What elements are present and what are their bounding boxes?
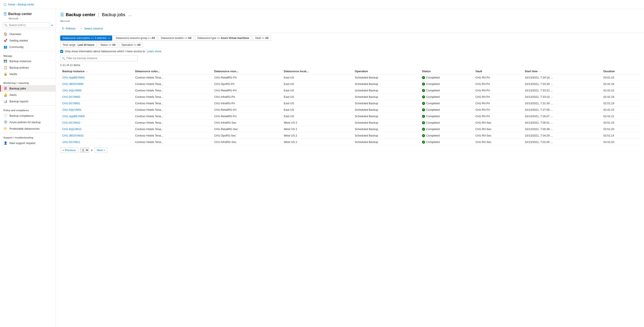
cell-instance-3: CH1-DCVM00 [60,94,133,100]
breadcrumb-backup-center[interactable]: Backup center [18,3,34,6]
table-row[interactable]: CH1-AppBEVM00 Contoso Hotels Tena... CH1… [60,113,640,120]
section-label-monitoring: Monitoring + reporting [0,79,56,85]
access-checkbox[interactable] [60,50,63,53]
refresh-icon: ↻ [62,27,64,30]
col-duration: Duration [601,68,640,74]
alerts-icon: 🔔 [4,93,7,97]
sidebar-item-backup-reports[interactable]: 📊 Backup reports [0,98,56,105]
cell-locat-3: East US [282,94,352,100]
col-backup-instance[interactable]: Backup instance ↑↓ [60,68,133,74]
cell-locat-4: East US [282,100,352,107]
chip-operation[interactable]: Operation == All [119,42,143,48]
sort-icon-start-time: ↑↓ [539,70,541,73]
main-app-icon: ☰ [60,12,64,17]
status-label-2: Completed [426,89,440,92]
cell-operation-1: Scheduled Backup [352,81,420,87]
select-columns-button[interactable]: → Select columns [78,26,105,31]
sidebar-item-azure-policies[interactable]: 🛡️ Azure policies for backup [0,119,56,125]
ellipsis-button[interactable]: ... [127,12,133,18]
table-row[interactable]: CH1-JBOXVM00 Contoso Hotels Tena... CH1-… [60,81,640,87]
chip-datasource-subscription[interactable]: Datasource subscription == 3 selected ✕ [60,36,112,41]
page-select[interactable]: 1 [80,147,89,153]
table-row[interactable]: CH1-DCVM11 Contoso Hotels Tena... CH1-In… [60,139,640,145]
prev-button[interactable]: < Previous [60,147,78,153]
sidebar-item-new-support-request[interactable]: 👤 New support request [0,140,56,146]
sidebar-item-community[interactable]: 👥 Community [0,44,56,50]
table-row[interactable]: CH1-DCVM01 Contoso Hotels Tena... CH1-In… [60,100,640,107]
col-label-datasource-reso: Datasource reso... [214,70,238,73]
sidebar-item-overview[interactable]: 🏠 Overview [0,31,56,37]
cell-duration-6: 02:41:21 [601,113,640,120]
cell-reso-1: CH1-OpsRG-Pri [212,81,282,87]
sidebar-item-protectable-datasources[interactable]: 📁 Protectable datasources [0,125,56,132]
status-label-0: Completed [426,76,440,79]
chip-datasource-location[interactable]: Datasource location == All [158,36,194,41]
table-row[interactable]: CH1-DCVM10 Contoso Hotels Tena... CH1-In… [60,120,640,126]
section-label-policy: Policy and compliance [0,106,56,112]
filter-search-container: 🔍 [60,55,640,61]
col-status: Status [420,68,473,74]
chip-label-1: Datasource resource group == All [116,37,155,40]
cell-locat-7: West US 2 [282,120,352,126]
chip-status[interactable]: Status == All [98,42,118,48]
table-row[interactable]: CH1-SQLVM00 Contoso Hotels Tena... CH1-R… [60,87,640,94]
sidebar-item-backup-policies[interactable]: 📋 Backup policies [0,64,56,71]
cell-duration-10: 03:31:20 [601,139,640,145]
cell-start-9: 10/13/2021, 7:04:29 ... [522,132,601,139]
cell-reso-7: CH1-InfraRG-Sec [212,120,282,126]
sidebar-label-overview: Overview [10,33,21,36]
cell-start-4: 10/13/2021, 7:31:30 ... [522,100,601,107]
cell-duration-4: 02:51:19 [601,100,640,107]
status-icon-5 [422,108,425,111]
table-row[interactable]: CH1-SQLVM12 Contoso Hotels Tena... CH1-R… [60,126,640,132]
cell-instance-0: CH1-AppBEVM01 [60,74,133,81]
col-start-time[interactable]: Start time ↑↓ [522,68,601,74]
chip-datasource-type[interactable]: Datasource type == Azure Virtual machine… [195,36,252,41]
filter-search-input[interactable] [60,55,138,61]
learn-more-link[interactable]: Learn more. [147,50,162,53]
cell-subs-3: Contoso Hotels Tena... [133,94,212,100]
sidebar-item-getting-started[interactable]: 🚀 Getting started [0,37,56,44]
cell-reso-8: CH1-RetailRG-Sec [212,126,282,132]
status-icon-2 [422,89,425,92]
sidebar-item-vaults[interactable]: 🔒 Vaults [0,71,56,77]
cell-locat-8: West US 2 [282,126,352,132]
table-row[interactable]: CH1-DCVM00 Contoso Hotels Tena... CH1-In… [60,94,640,100]
refresh-button[interactable]: ↻ Refresh [60,26,77,31]
next-button[interactable]: Next > [94,147,108,153]
breadcrumb-home[interactable]: Home [8,3,15,6]
table-row[interactable]: CH1-JBOXVM10 Contoso Hotels Tena... CH1-… [60,132,640,139]
overview-icon: 🏠 [4,32,7,36]
sidebar-item-backup-jobs[interactable]: ☰ Backup jobs [0,85,56,92]
sidebar-item-backup-instances[interactable]: 💾 Backup instances [0,58,56,64]
cell-instance-6: CH1-AppBEVM00 [60,113,133,120]
getting-started-icon: 🚀 [4,39,7,42]
cell-subs-6: Contoso Hotels Tena... [133,113,212,120]
sidebar-item-backup-compliance[interactable]: 📄 Backup compliance [0,112,56,119]
cell-locat-2: East US [282,87,352,94]
chip-close-0[interactable]: ✕ [108,37,110,39]
chip-time-range[interactable]: Time range : Last 24 hours [60,42,97,48]
table-row[interactable]: CH1-SQLVM01 Contoso Hotels Tena... CH1-R… [60,107,640,113]
top-bar: ⬡ Home › Backup center [0,0,644,9]
status-label-7: Completed [426,121,440,124]
sidebar-label-new-support-request: New support request [10,141,35,145]
cell-vault-4: CH1-RV-Pri [474,100,523,107]
sidebar-collapse-button[interactable]: « [50,22,54,28]
sidebar-item-alerts[interactable]: 🔔 Alerts [0,92,56,98]
table-row[interactable]: CH1-AppBEVM01 Contoso Hotels Tena... CH1… [60,74,640,81]
cell-status-8: Completed [420,126,473,132]
cell-vault-7: CH1-RV-Sec [474,120,523,126]
cell-vault-2: CH1-RV-Pri [474,87,523,94]
sidebar-search-input[interactable] [2,22,50,28]
breadcrumb-sep: › [16,3,17,6]
chip-datasource-rg[interactable]: Datasource resource group == All [114,36,157,41]
chip-vault[interactable]: Vault == All [253,36,271,41]
cell-status-1: Completed [420,81,473,87]
cell-duration-3: 02:41:18 [601,94,640,100]
cell-start-7: 10/13/2021, 7:06:51 ... [522,120,601,126]
cell-instance-9: CH1-JBOXVM10 [60,132,133,139]
cell-start-5: 10/13/2021, 7:27:59 ... [522,107,601,113]
sidebar-label-backup-jobs: Backup jobs [10,87,26,90]
page-dropdown-icon: ∨ [91,149,93,152]
